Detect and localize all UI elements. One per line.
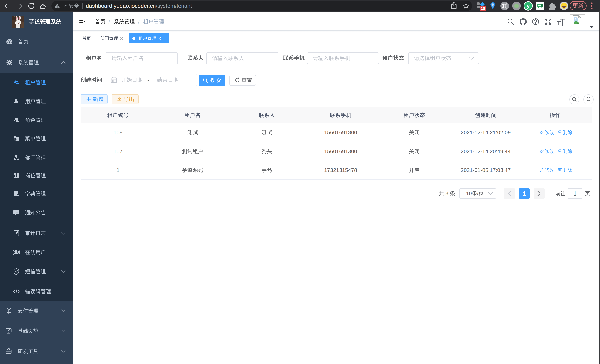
svg-text:15601691300: 15601691300 [324, 149, 357, 154]
svg-text:2021-12-14 21:02:09: 2021-12-14 21:02:09 [461, 130, 511, 135]
svg-text:1: 1 [116, 167, 120, 173]
svg-text:3: 3 [444, 191, 450, 196]
svg-text:/: / [138, 19, 140, 25]
svg-text:/: / [109, 19, 110, 25]
svg-text:2021-01-05 17:03:47: 2021-01-05 17:03:47 [461, 167, 511, 173]
svg-text:108: 108 [113, 130, 122, 135]
svg-text:17321315478: 17321315478 [324, 167, 357, 173]
svg-text:107: 107 [113, 149, 122, 154]
svg-text:15601691300: 15601691300 [324, 130, 357, 135]
svg-text:2021-12-14 20:49:44: 2021-12-14 20:49:44 [461, 149, 511, 154]
